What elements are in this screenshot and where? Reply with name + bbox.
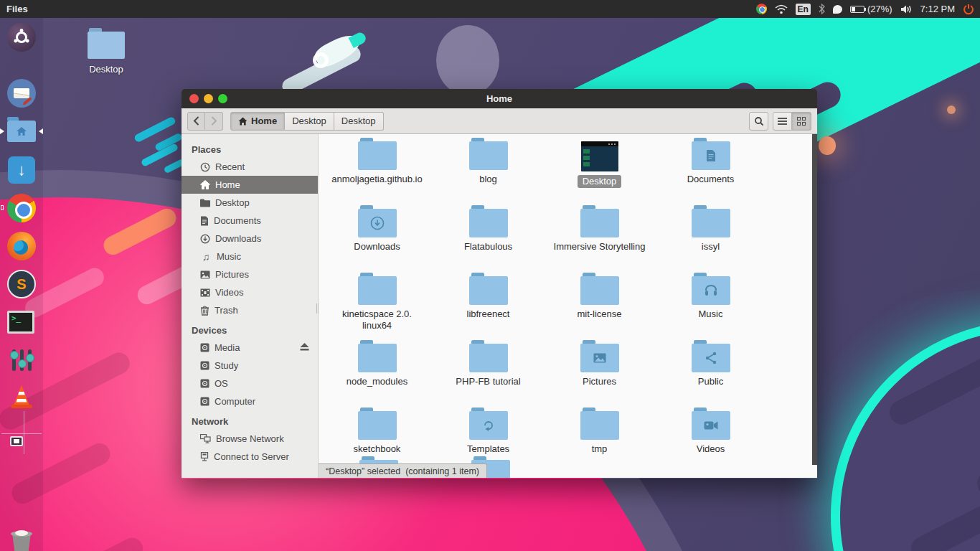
bluetooth-icon[interactable] bbox=[819, 4, 825, 14]
folder-icon bbox=[692, 209, 730, 237]
file-item[interactable]: libfreenect bbox=[433, 276, 544, 344]
folder-icon bbox=[88, 32, 125, 59]
file-item[interactable]: kineticspace 2.0. linux64 bbox=[321, 276, 433, 344]
file-manager-window: Home Home Desktop bbox=[182, 89, 817, 479]
sidebar-item-downloads[interactable]: Downloads bbox=[182, 230, 318, 248]
sidebar-item-music[interactable]: ♫ Music bbox=[182, 248, 318, 265]
search-button[interactable] bbox=[749, 112, 768, 131]
sidebar-item-trash[interactable]: Trash bbox=[182, 301, 318, 319]
sidebar-item-recent[interactable]: Recent bbox=[182, 158, 318, 176]
keyboard-indicator[interactable]: En bbox=[796, 4, 811, 15]
clock-icon bbox=[200, 162, 210, 172]
path-button-desktop-2[interactable]: Desktop bbox=[334, 112, 384, 131]
terminal-icon: >_ bbox=[7, 311, 34, 334]
dock-item-tweaks[interactable] bbox=[7, 346, 36, 375]
dock-item-mail[interactable] bbox=[7, 79, 36, 108]
vertical-scrollbar[interactable] bbox=[812, 134, 817, 465]
clock[interactable]: 7:12 PM bbox=[920, 4, 955, 14]
maximize-button[interactable] bbox=[218, 94, 227, 103]
dock-item-chrome[interactable] bbox=[7, 194, 36, 222]
section-header-places: Places bbox=[182, 138, 318, 158]
dock-item-files[interactable] bbox=[7, 117, 36, 146]
dock-item-sublime[interactable]: S bbox=[7, 270, 36, 298]
focused-pip bbox=[39, 128, 43, 134]
grid-view-button[interactable] bbox=[792, 112, 811, 131]
folder-icon bbox=[469, 141, 508, 170]
file-item[interactable]: Documents bbox=[655, 141, 766, 209]
dock-item-workspaces[interactable] bbox=[7, 420, 36, 448]
folder-icon bbox=[580, 209, 619, 237]
mail-icon bbox=[7, 79, 36, 108]
folder-icon bbox=[358, 209, 397, 237]
path-button-desktop-1[interactable]: Desktop bbox=[285, 112, 334, 131]
section-header-network: Network bbox=[182, 410, 318, 430]
drive-icon bbox=[200, 397, 209, 406]
grid-view-icon bbox=[797, 117, 806, 126]
sublime-text-icon: S bbox=[7, 270, 36, 298]
file-item[interactable]: blog bbox=[433, 141, 544, 209]
file-item-selected[interactable]: Desktop bbox=[544, 141, 655, 209]
file-item[interactable]: anmoljagetia.github.io bbox=[321, 141, 433, 209]
templates-emblem bbox=[482, 419, 495, 432]
sidebar-item-connect-server[interactable]: Connect to Server bbox=[182, 448, 318, 466]
file-item[interactable]: Immersive Storytelling bbox=[544, 209, 655, 276]
sidebar-item-pictures[interactable]: Pictures bbox=[182, 265, 318, 283]
back-button[interactable] bbox=[187, 112, 205, 131]
window-titlebar[interactable]: Home bbox=[182, 89, 817, 108]
sidebar-item-desktop[interactable]: Desktop bbox=[182, 194, 318, 212]
folder-icon bbox=[358, 411, 397, 440]
forward-button[interactable] bbox=[205, 112, 223, 131]
dock-item-downloads-app[interactable]: ↓ bbox=[7, 156, 36, 184]
dock-item-vlc[interactable] bbox=[7, 382, 36, 411]
sidebar-item-os[interactable]: OS bbox=[182, 375, 318, 392]
dock-item-firefox[interactable] bbox=[7, 232, 36, 260]
active-app-name[interactable]: Files bbox=[0, 4, 28, 14]
sidebar-item-home[interactable]: Home bbox=[182, 176, 318, 194]
close-button[interactable] bbox=[189, 94, 199, 103]
vlc-cone-icon bbox=[7, 382, 36, 411]
file-item[interactable]: tmp bbox=[544, 411, 655, 478]
chrome-icon bbox=[7, 194, 36, 222]
home-icon bbox=[200, 180, 210, 189]
dock-item-ubuntu-dash[interactable] bbox=[7, 23, 36, 52]
server-icon bbox=[200, 452, 209, 461]
sidebar-item-media[interactable]: Media bbox=[182, 339, 318, 357]
list-view-button[interactable] bbox=[773, 112, 792, 131]
search-icon bbox=[754, 116, 764, 126]
path-button-home[interactable]: Home bbox=[230, 112, 285, 131]
film-icon bbox=[200, 288, 210, 297]
battery-indicator[interactable]: (27%) bbox=[850, 4, 892, 14]
eject-icon[interactable] bbox=[300, 343, 309, 351]
sidebar-item-browse-network[interactable]: Browse Network bbox=[182, 430, 318, 448]
file-item[interactable]: Public bbox=[655, 344, 766, 411]
firefox-icon bbox=[7, 232, 36, 260]
ubuntu-dash-icon bbox=[7, 23, 36, 52]
chrome-tray-icon[interactable] bbox=[756, 4, 767, 14]
desktop-shortcut-label: Desktop bbox=[72, 64, 141, 75]
sidebar-item-videos[interactable]: Videos bbox=[182, 283, 318, 301]
running-pip bbox=[1, 205, 4, 210]
file-item[interactable]: Music bbox=[655, 276, 766, 344]
power-icon[interactable] bbox=[963, 4, 974, 15]
sidebar-item-study[interactable]: Study bbox=[182, 357, 318, 375]
file-item[interactable]: mit-license bbox=[544, 276, 655, 344]
file-item[interactable]: Flatabulous bbox=[433, 209, 544, 276]
file-item[interactable]: Videos bbox=[655, 411, 766, 478]
file-item[interactable]: PHP-FB tutorial bbox=[433, 344, 544, 411]
file-item[interactable]: issyl bbox=[655, 209, 766, 276]
messaging-icon[interactable] bbox=[833, 5, 842, 14]
dock-item-terminal[interactable]: >_ bbox=[7, 308, 36, 336]
volume-icon[interactable] bbox=[900, 4, 913, 14]
dock-item-trash[interactable] bbox=[7, 527, 36, 551]
minimize-button[interactable] bbox=[204, 94, 213, 103]
video-emblem bbox=[704, 420, 718, 430]
file-item[interactable]: node_modules bbox=[321, 344, 433, 411]
sidebar-item-computer[interactable]: Computer bbox=[182, 392, 318, 410]
sidebar-item-documents[interactable]: Documents bbox=[182, 212, 318, 230]
file-item[interactable]: Pictures bbox=[544, 344, 655, 411]
file-item[interactable]: Downloads bbox=[321, 209, 433, 276]
desktop-shortcut[interactable]: Desktop bbox=[72, 27, 141, 75]
folder-icon bbox=[358, 141, 397, 170]
desktop: Files En (27%) 7:12 PM bbox=[0, 0, 980, 551]
wifi-icon[interactable] bbox=[775, 4, 788, 14]
